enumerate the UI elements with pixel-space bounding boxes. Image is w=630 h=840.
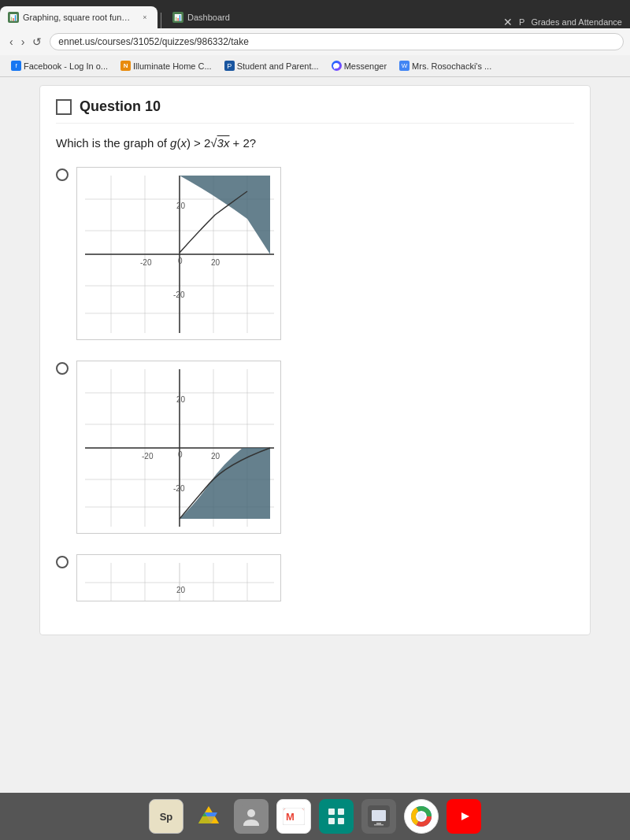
- svg-text:20: 20: [211, 258, 220, 267]
- answer-option-b[interactable]: -20 20 20 -20 0: [56, 361, 574, 537]
- tab-inactive[interactable]: 📊 Dashboard: [165, 6, 238, 28]
- address-bar: ‹ › ↺ ennet.us/courses/31052/quizzes/986…: [0, 28, 630, 55]
- tab-label-1: Graphing, square root function, s: [23, 13, 133, 22]
- svg-text:0: 0: [178, 450, 183, 459]
- answer-option-a[interactable]: -20 20 20 -20 0: [56, 167, 574, 343]
- browser-chrome: 📊 Graphing, square root function, s × 📊 …: [0, 0, 630, 77]
- svg-text:20: 20: [211, 452, 220, 461]
- taskbar-app-gmail[interactable]: M: [276, 799, 311, 834]
- sp-label: Sp: [160, 811, 173, 823]
- svg-text:20: 20: [176, 202, 186, 210]
- tab-close-1[interactable]: ×: [140, 12, 150, 23]
- forward-button[interactable]: ›: [18, 34, 28, 50]
- taskbar-app-chrome[interactable]: [404, 799, 439, 834]
- svg-rect-51: [338, 818, 344, 824]
- radio-c[interactable]: [56, 556, 69, 568]
- quiz-container: Question 10 Which is the graph of g(x) >…: [39, 85, 591, 635]
- url-bar[interactable]: ennet.us/courses/31052/quizzes/986332/ta…: [50, 33, 624, 50]
- bookmark-icon-messenger: [332, 61, 342, 71]
- close-x-button[interactable]: ✕: [503, 16, 513, 28]
- question-checkbox[interactable]: [56, 99, 72, 115]
- svg-rect-53: [372, 810, 386, 821]
- graph-c-partial: 20: [76, 554, 574, 605]
- taskbar-app-photos[interactable]: [234, 799, 269, 834]
- bookmark-icon-student: P: [224, 61, 235, 71]
- radio-a[interactable]: [56, 168, 69, 181]
- bookmark-icon-facebook: f: [11, 61, 21, 71]
- bookmark-rosochacki[interactable]: W Mrs. Rosochacki's ...: [395, 59, 496, 72]
- answer-option-c[interactable]: 20: [56, 554, 574, 605]
- svg-text:M: M: [286, 811, 295, 823]
- tab-active[interactable]: 📊 Graphing, square root function, s ×: [0, 6, 158, 28]
- question-header: Question 10: [56, 98, 574, 124]
- extra-tab-label[interactable]: Grades and Attendance: [531, 17, 622, 27]
- bookmark-label-illuminate: Illuminate Home C...: [133, 61, 212, 71]
- svg-rect-47: [325, 805, 347, 827]
- question-title: Question 10: [80, 98, 161, 115]
- taskbar-app-meet[interactable]: [319, 799, 354, 834]
- bookmark-label-student: Student and Parent...: [237, 61, 319, 71]
- radio-b[interactable]: [56, 362, 69, 375]
- taskbar-app-slides[interactable]: [361, 799, 396, 834]
- graph-b: -20 20 20 -20 0: [76, 361, 574, 537]
- bookmark-student-parent[interactable]: P Student and Parent...: [220, 59, 324, 72]
- bookmark-facebook[interactable]: f Facebook - Log In o...: [6, 59, 113, 72]
- graph-a: -20 20 20 -20 0: [76, 167, 574, 343]
- tab-bar: 📊 Graphing, square root function, s × 📊 …: [0, 0, 630, 28]
- taskbar-app-drive[interactable]: [191, 799, 226, 834]
- taskbar-app-youtube[interactable]: [447, 799, 481, 834]
- tab-icon-1: 📊: [8, 12, 19, 23]
- svg-text:20: 20: [176, 395, 186, 404]
- taskbar-app-sp[interactable]: Sp: [149, 799, 183, 834]
- bookmark-label-messenger: Messenger: [344, 61, 387, 71]
- taskbar: Sp M: [0, 793, 630, 840]
- svg-text:20: 20: [176, 586, 186, 594]
- svg-rect-50: [328, 818, 335, 824]
- bookmarks-bar: f Facebook - Log In o... N Illuminate Ho…: [0, 55, 630, 77]
- svg-point-44: [247, 809, 255, 817]
- page-content: Question 10 Which is the graph of g(x) >…: [0, 77, 630, 793]
- svg-text:0: 0: [178, 257, 183, 265]
- svg-rect-55: [374, 824, 384, 826]
- question-text: Which is the graph of g(x) > 2√3x + 2?: [56, 135, 574, 153]
- svg-point-62: [417, 812, 425, 820]
- bookmark-messenger[interactable]: Messenger: [327, 59, 391, 72]
- bookmark-label-rosochacki: Mrs. Rosochacki's ...: [412, 61, 491, 71]
- bookmark-icon-illuminate: N: [120, 61, 131, 71]
- bookmark-icon-rosochacki: W: [399, 61, 410, 71]
- tab-label-2: Dashboard: [187, 13, 230, 22]
- svg-text:-20: -20: [173, 484, 185, 493]
- svg-text:-20: -20: [173, 290, 185, 299]
- svg-rect-54: [376, 823, 381, 824]
- tab-icon-2: 📊: [172, 12, 183, 23]
- svg-text:-20: -20: [140, 258, 152, 267]
- svg-text:-20: -20: [142, 452, 154, 461]
- bookmark-illuminate[interactable]: N Illuminate Home C...: [116, 59, 217, 72]
- refresh-button[interactable]: ↺: [29, 34, 45, 50]
- svg-rect-48: [328, 809, 335, 815]
- extra-tab-icon: P: [519, 17, 524, 27]
- tab-separator: [161, 13, 161, 28]
- nav-buttons: ‹ › ↺: [6, 34, 45, 50]
- back-button[interactable]: ‹: [6, 34, 17, 50]
- svg-rect-49: [338, 809, 344, 815]
- bookmark-label-facebook: Facebook - Log In o...: [24, 61, 108, 71]
